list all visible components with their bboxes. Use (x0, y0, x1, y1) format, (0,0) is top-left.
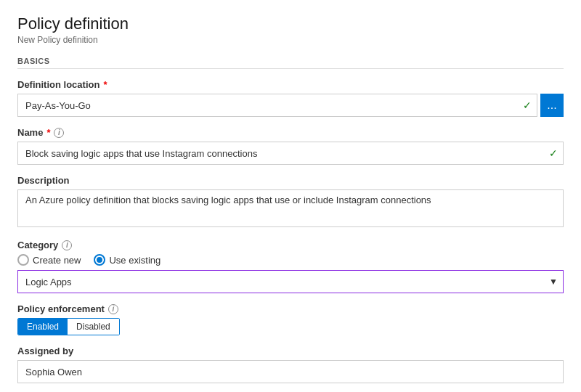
name-input-wrapper: ✓ (17, 142, 564, 165)
radio-use-existing[interactable]: Use existing (94, 254, 161, 266)
description-group: Description An Azure policy definition t… (17, 175, 564, 229)
category-label: Category i (17, 240, 564, 250)
radio-create-new-circle (17, 254, 29, 266)
page-container: Policy definition New Policy definition … (0, 0, 581, 392)
name-checkmark-icon: ✓ (549, 147, 558, 159)
category-select-wrapper: Logic Apps Compute Network Storage ▼ (17, 270, 564, 293)
policy-enforcement-label: Policy enforcement i (17, 303, 564, 314)
name-input[interactable] (17, 142, 564, 165)
assigned-by-input[interactable] (17, 360, 564, 383)
definition-location-input-wrapper: ✓ (17, 94, 537, 117)
radio-create-new[interactable]: Create new (17, 254, 81, 266)
policy-enforcement-group: Policy enforcement i Enabled Disabled (17, 303, 564, 335)
definition-location-input[interactable] (17, 94, 537, 117)
name-group: Name * i ✓ (17, 127, 564, 165)
definition-location-row: ✓ ... (17, 94, 564, 117)
page-subtitle: New Policy definition (17, 35, 564, 45)
description-textarea[interactable]: An Azure policy definition that blocks s… (17, 189, 564, 227)
definition-location-label: Definition location * (17, 79, 564, 90)
basics-section-header: BASICS (17, 57, 564, 69)
category-select[interactable]: Logic Apps Compute Network Storage (17, 270, 564, 293)
definition-location-browse-button[interactable]: ... (540, 94, 564, 117)
name-label: Name * i (17, 127, 564, 138)
checkmark-icon: ✓ (523, 99, 532, 111)
category-radio-group: Create new Use existing (17, 254, 564, 266)
policy-enforcement-info-icon[interactable]: i (108, 304, 118, 314)
assigned-by-group: Assigned by (17, 346, 564, 383)
name-required-star: * (46, 127, 50, 138)
enforcement-disabled-button[interactable]: Disabled (68, 319, 119, 335)
description-label: Description (17, 175, 564, 186)
page-title: Policy definition (17, 15, 564, 33)
required-star: * (103, 79, 107, 90)
radio-use-existing-circle (94, 254, 105, 266)
assigned-by-label: Assigned by (17, 346, 564, 356)
definition-location-group: Definition location * ✓ ... (17, 79, 564, 117)
enforcement-enabled-button[interactable]: Enabled (18, 319, 68, 335)
category-info-icon[interactable]: i (62, 240, 72, 250)
category-group: Category i Create new Use existing Logic… (17, 240, 564, 293)
name-info-icon[interactable]: i (54, 128, 64, 138)
policy-enforcement-toggle: Enabled Disabled (17, 318, 120, 335)
